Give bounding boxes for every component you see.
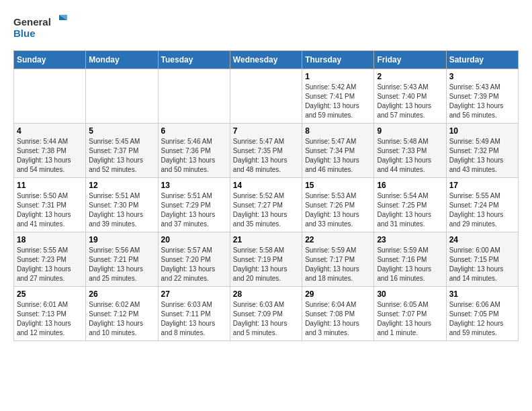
calendar-cell: 24Sunrise: 6:00 AM Sunset: 7:15 PM Dayli… xyxy=(446,232,518,287)
calendar-cell: 7Sunrise: 5:47 AM Sunset: 7:35 PM Daylig… xyxy=(230,124,302,178)
calendar-cell: 11Sunrise: 5:50 AM Sunset: 7:31 PM Dayli… xyxy=(14,178,86,232)
day-of-week-sunday: Sunday xyxy=(14,51,86,69)
day-of-week-friday: Friday xyxy=(374,51,446,69)
day-of-week-tuesday: Tuesday xyxy=(158,51,230,69)
calendar-cell: 15Sunrise: 5:53 AM Sunset: 7:26 PM Dayli… xyxy=(302,178,374,232)
day-number: 9 xyxy=(377,126,443,136)
calendar-cell: 16Sunrise: 5:54 AM Sunset: 7:25 PM Dayli… xyxy=(374,178,446,232)
day-content: Sunrise: 5:57 AM Sunset: 7:20 PM Dayligh… xyxy=(161,246,227,283)
day-number: 17 xyxy=(449,181,515,190)
day-content: Sunrise: 5:54 AM Sunset: 7:25 PM Dayligh… xyxy=(377,191,443,229)
day-number: 30 xyxy=(377,289,443,299)
logo-icon: GeneralBlue xyxy=(13,13,74,44)
calendar-week-5: 25Sunrise: 6:01 AM Sunset: 7:13 PM Dayli… xyxy=(14,287,519,341)
day-number: 19 xyxy=(89,235,154,244)
day-content: Sunrise: 5:49 AM Sunset: 7:32 PM Dayligh… xyxy=(449,137,515,175)
day-content: Sunrise: 5:55 AM Sunset: 7:24 PM Dayligh… xyxy=(449,191,515,229)
calendar-cell: 6Sunrise: 5:46 AM Sunset: 7:36 PM Daylig… xyxy=(158,124,230,178)
day-number: 18 xyxy=(17,235,83,244)
calendar-cell: 13Sunrise: 5:51 AM Sunset: 7:29 PM Dayli… xyxy=(158,178,230,232)
day-number: 27 xyxy=(161,289,227,299)
day-content: Sunrise: 5:46 AM Sunset: 7:36 PM Dayligh… xyxy=(161,137,227,175)
svg-text:Blue: Blue xyxy=(13,28,36,39)
day-number: 8 xyxy=(305,126,371,136)
day-content: Sunrise: 5:53 AM Sunset: 7:26 PM Dayligh… xyxy=(305,191,371,229)
day-content: Sunrise: 5:50 AM Sunset: 7:31 PM Dayligh… xyxy=(17,191,83,229)
calendar-cell: 1Sunrise: 5:42 AM Sunset: 7:41 PM Daylig… xyxy=(302,69,374,124)
day-number: 21 xyxy=(233,235,299,244)
calendar-cell: 25Sunrise: 6:01 AM Sunset: 7:13 PM Dayli… xyxy=(14,287,86,341)
day-content: Sunrise: 5:43 AM Sunset: 7:39 PM Dayligh… xyxy=(449,83,515,120)
day-number: 28 xyxy=(233,289,299,299)
day-number: 3 xyxy=(449,72,515,81)
day-of-week-thursday: Thursday xyxy=(302,51,374,69)
calendar-cell: 29Sunrise: 6:04 AM Sunset: 7:08 PM Dayli… xyxy=(302,287,374,341)
calendar-cell: 20Sunrise: 5:57 AM Sunset: 7:20 PM Dayli… xyxy=(158,232,230,287)
day-number: 13 xyxy=(161,181,227,190)
day-content: Sunrise: 5:45 AM Sunset: 7:37 PM Dayligh… xyxy=(89,137,154,175)
calendar-table: SundayMondayTuesdayWednesdayThursdayFrid… xyxy=(13,50,519,341)
calendar-cell: 17Sunrise: 5:55 AM Sunset: 7:24 PM Dayli… xyxy=(446,178,518,232)
calendar-cell: 18Sunrise: 5:55 AM Sunset: 7:23 PM Dayli… xyxy=(14,232,86,287)
day-number: 12 xyxy=(89,181,154,190)
calendar-week-2: 4Sunrise: 5:44 AM Sunset: 7:38 PM Daylig… xyxy=(14,124,519,178)
day-number: 29 xyxy=(305,289,371,299)
calendar-cell: 26Sunrise: 6:02 AM Sunset: 7:12 PM Dayli… xyxy=(86,287,158,341)
day-content: Sunrise: 6:04 AM Sunset: 7:08 PM Dayligh… xyxy=(305,300,371,338)
day-content: Sunrise: 5:44 AM Sunset: 7:38 PM Dayligh… xyxy=(17,137,83,175)
page-header: GeneralBlue xyxy=(13,13,519,44)
day-content: Sunrise: 5:51 AM Sunset: 7:29 PM Dayligh… xyxy=(161,191,227,229)
calendar-cell: 27Sunrise: 6:03 AM Sunset: 7:11 PM Dayli… xyxy=(158,287,230,341)
day-content: Sunrise: 6:03 AM Sunset: 7:09 PM Dayligh… xyxy=(233,300,299,338)
calendar-cell: 2Sunrise: 5:43 AM Sunset: 7:40 PM Daylig… xyxy=(374,69,446,124)
calendar-cell: 21Sunrise: 5:58 AM Sunset: 7:19 PM Dayli… xyxy=(230,232,302,287)
day-content: Sunrise: 5:56 AM Sunset: 7:21 PM Dayligh… xyxy=(89,246,154,283)
calendar-cell: 3Sunrise: 5:43 AM Sunset: 7:39 PM Daylig… xyxy=(446,69,518,124)
calendar-cell: 5Sunrise: 5:45 AM Sunset: 7:37 PM Daylig… xyxy=(86,124,158,178)
calendar-cell xyxy=(86,69,158,124)
day-number: 11 xyxy=(17,181,83,190)
day-content: Sunrise: 5:55 AM Sunset: 7:23 PM Dayligh… xyxy=(17,246,83,283)
calendar-cell: 14Sunrise: 5:52 AM Sunset: 7:27 PM Dayli… xyxy=(230,178,302,232)
logo: GeneralBlue xyxy=(13,13,74,44)
day-number: 22 xyxy=(305,235,371,244)
day-number: 20 xyxy=(161,235,227,244)
calendar-cell: 8Sunrise: 5:47 AM Sunset: 7:34 PM Daylig… xyxy=(302,124,374,178)
calendar-body: 1Sunrise: 5:42 AM Sunset: 7:41 PM Daylig… xyxy=(14,69,519,341)
calendar-cell: 31Sunrise: 6:06 AM Sunset: 7:05 PM Dayli… xyxy=(446,287,518,341)
day-number: 31 xyxy=(449,289,515,299)
calendar-week-1: 1Sunrise: 5:42 AM Sunset: 7:41 PM Daylig… xyxy=(14,69,519,124)
day-content: Sunrise: 5:51 AM Sunset: 7:30 PM Dayligh… xyxy=(89,191,154,229)
day-number: 2 xyxy=(377,72,443,81)
day-number: 16 xyxy=(377,181,443,190)
day-content: Sunrise: 6:02 AM Sunset: 7:12 PM Dayligh… xyxy=(89,300,154,338)
calendar-cell xyxy=(230,69,302,124)
calendar-cell: 19Sunrise: 5:56 AM Sunset: 7:21 PM Dayli… xyxy=(86,232,158,287)
day-number: 5 xyxy=(89,126,154,136)
day-content: Sunrise: 6:05 AM Sunset: 7:07 PM Dayligh… xyxy=(377,300,443,338)
day-content: Sunrise: 6:01 AM Sunset: 7:13 PM Dayligh… xyxy=(17,300,83,338)
calendar-cell: 4Sunrise: 5:44 AM Sunset: 7:38 PM Daylig… xyxy=(14,124,86,178)
day-number: 25 xyxy=(17,289,83,299)
day-number: 7 xyxy=(233,126,299,136)
calendar-cell: 28Sunrise: 6:03 AM Sunset: 7:09 PM Dayli… xyxy=(230,287,302,341)
days-of-week-header: SundayMondayTuesdayWednesdayThursdayFrid… xyxy=(14,51,519,69)
day-content: Sunrise: 6:06 AM Sunset: 7:05 PM Dayligh… xyxy=(449,300,515,338)
day-number: 14 xyxy=(233,181,299,190)
svg-text:General: General xyxy=(13,16,51,28)
day-number: 26 xyxy=(89,289,154,299)
day-content: Sunrise: 5:48 AM Sunset: 7:33 PM Dayligh… xyxy=(377,137,443,175)
calendar-cell: 23Sunrise: 5:59 AM Sunset: 7:16 PM Dayli… xyxy=(374,232,446,287)
day-content: Sunrise: 5:58 AM Sunset: 7:19 PM Dayligh… xyxy=(233,246,299,283)
day-content: Sunrise: 6:03 AM Sunset: 7:11 PM Dayligh… xyxy=(161,300,227,338)
calendar-cell: 22Sunrise: 5:59 AM Sunset: 7:17 PM Dayli… xyxy=(302,232,374,287)
day-number: 15 xyxy=(305,181,371,190)
day-content: Sunrise: 5:43 AM Sunset: 7:40 PM Dayligh… xyxy=(377,83,443,120)
calendar-cell: 30Sunrise: 6:05 AM Sunset: 7:07 PM Dayli… xyxy=(374,287,446,341)
day-number: 1 xyxy=(305,72,371,81)
day-content: Sunrise: 5:42 AM Sunset: 7:41 PM Dayligh… xyxy=(305,83,371,120)
calendar-cell xyxy=(158,69,230,124)
calendar-cell: 12Sunrise: 5:51 AM Sunset: 7:30 PM Dayli… xyxy=(86,178,158,232)
day-content: Sunrise: 6:00 AM Sunset: 7:15 PM Dayligh… xyxy=(449,246,515,283)
day-number: 23 xyxy=(377,235,443,244)
